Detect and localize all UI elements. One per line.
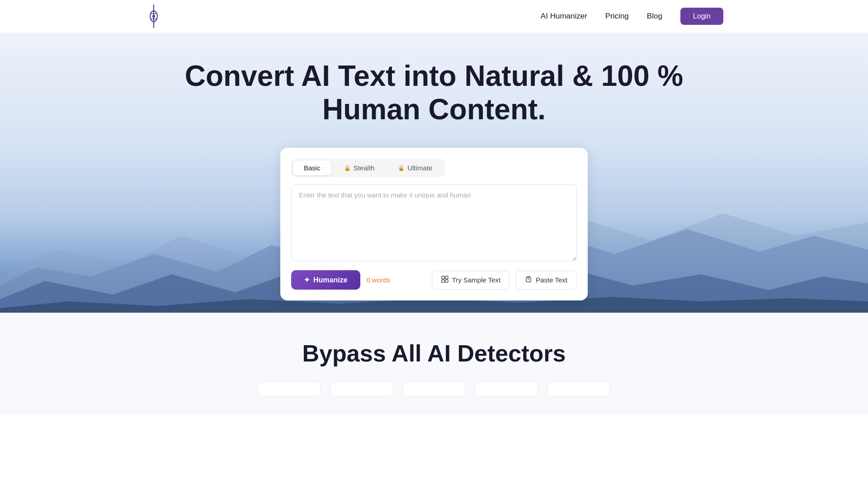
- nav-ai-humanizer[interactable]: AI Humanizer: [541, 12, 587, 21]
- tabs-row: Basic 🔒 Stealth 🔒 Ultimate: [291, 159, 445, 177]
- logo[interactable]: [145, 5, 163, 28]
- svg-rect-5: [442, 276, 444, 279]
- svg-rect-7: [442, 280, 444, 282]
- bypass-title: Bypass All AI Detectors: [0, 340, 868, 367]
- humanize-icon: ✦: [304, 276, 310, 284]
- lock-icon-stealth: 🔒: [344, 165, 351, 171]
- bypass-section: Bypass All AI Detectors: [0, 313, 868, 415]
- humanize-button[interactable]: ✦ Humanize: [291, 270, 360, 290]
- header: AI Humanizer Pricing Blog Login: [0, 0, 868, 33]
- bypass-card-5: [547, 381, 610, 397]
- hero-title: Convert AI Text into Natural & 100 % Hum…: [0, 60, 868, 126]
- sample-icon: [441, 276, 448, 285]
- hero-section: Convert AI Text into Natural & 100 % Hum…: [0, 33, 868, 313]
- svg-rect-8: [445, 280, 448, 282]
- lock-icon-ultimate: 🔒: [398, 165, 405, 171]
- bypass-card-3: [402, 381, 466, 397]
- paste-text-label: Paste Text: [536, 276, 567, 284]
- login-button[interactable]: Login: [680, 8, 723, 25]
- left-actions: ✦ Humanize 0 words: [291, 270, 390, 290]
- bypass-card-1: [258, 381, 321, 397]
- paste-icon: [525, 276, 532, 285]
- main-card: Basic 🔒 Stealth 🔒 Ultimate ✦ Humanize 0 …: [280, 148, 588, 300]
- word-count: 0 words: [367, 276, 391, 284]
- svg-rect-6: [445, 276, 448, 279]
- tab-basic[interactable]: Basic: [293, 160, 331, 175]
- try-sample-label: Try Sample Text: [452, 276, 501, 284]
- right-actions: Try Sample Text Paste Text: [432, 271, 577, 290]
- nav-pricing[interactable]: Pricing: [605, 12, 629, 21]
- humanize-label: Humanize: [313, 276, 348, 284]
- bypass-card-2: [330, 381, 393, 397]
- bypass-card-4: [475, 381, 538, 397]
- svg-point-2: [152, 15, 155, 18]
- paste-text-button[interactable]: Paste Text: [515, 271, 577, 290]
- text-input[interactable]: [291, 184, 577, 261]
- logo-icon: [145, 5, 163, 28]
- try-sample-button[interactable]: Try Sample Text: [432, 271, 510, 290]
- nav-links: AI Humanizer Pricing Blog Login: [541, 8, 723, 25]
- tab-ultimate[interactable]: 🔒 Ultimate: [387, 160, 443, 175]
- nav-blog[interactable]: Blog: [647, 12, 662, 21]
- bypass-cards: [0, 381, 868, 397]
- tab-stealth[interactable]: 🔒 Stealth: [333, 160, 386, 175]
- bottom-row: ✦ Humanize 0 words Try Sample T: [291, 270, 577, 290]
